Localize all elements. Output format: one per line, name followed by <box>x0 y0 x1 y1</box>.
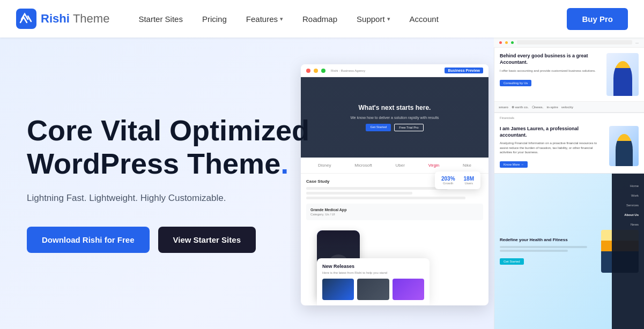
sc-stats-overlay: 203% Growth 18M Users <box>435 171 480 189</box>
nav-account[interactable]: Account <box>402 10 446 28</box>
blue-dot: . <box>280 147 288 180</box>
sc-release-3 <box>393 279 424 300</box>
download-button[interactable]: Download Rishi for Free <box>27 227 150 253</box>
sc-line3 <box>306 197 465 199</box>
sc-releases-sub: Here is the latest from Rishi to help yo… <box>322 271 424 274</box>
sc-partners: smaro ⊕ earth co. ⬡news. in·spire veloci… <box>494 101 644 113</box>
dot-yellow <box>314 69 318 73</box>
sc-nav-work: Work <box>631 194 639 197</box>
sc-fitness-btn: Get Started <box>500 258 524 265</box>
nav-features[interactable]: Features ▾ <box>239 10 291 28</box>
sc-release-2 <box>357 279 389 300</box>
sc-nav-news: News <box>631 223 639 226</box>
sc-james-card: Financials I am James Lauren, a professi… <box>494 113 644 173</box>
hero-content: Core Vital Optimized WordPress Theme. Li… <box>0 81 309 285</box>
sc-nav-about: About Us <box>624 213 639 216</box>
sc-stat-users: 18M Users <box>464 176 474 185</box>
sc-top-browser-bar: ⋯ <box>494 38 644 48</box>
hero-subtitle: Lightning Fast. Lightweight. Highly Cust… <box>27 191 309 205</box>
nav-roadmap[interactable]: Roadmap <box>295 10 345 28</box>
header: Rishi Theme Starter Sites Pricing Featur… <box>0 0 644 38</box>
sc-acct-sub: I offer basic accounting and provide cus… <box>500 69 602 73</box>
dot-r2 <box>499 41 502 44</box>
dot-g2 <box>511 41 514 44</box>
sc-business-preview-btn: Business Preview <box>445 68 483 73</box>
sc-nav-services: Services <box>626 204 639 207</box>
features-chevron-icon: ▾ <box>280 16 283 23</box>
sc-hero-bg: What's next starts here. We know how to … <box>301 77 488 158</box>
sc-acct-btn: Consulting by Us <box>500 80 531 86</box>
sc-medical-card: Grande Medical App Category, Ux / UI <box>306 204 483 220</box>
sc-release-1 <box>322 279 354 300</box>
sc-james-sub: Analyzing Financial Information on a pro… <box>500 141 605 154</box>
logo-text: Rishi Theme <box>41 12 109 26</box>
sc-stat-growth: 203% Growth <box>441 176 455 185</box>
sc-james-img <box>609 126 639 166</box>
sc-hero-text: What's next starts here. <box>359 104 431 111</box>
sc-card-title: Grande Medical App <box>310 208 479 212</box>
sc-line1 <box>306 187 448 190</box>
sc-side-nav: Home Work Services About Us News <box>612 174 644 329</box>
sc-line2 <box>306 192 412 195</box>
logo[interactable]: Rishi Theme <box>16 9 109 29</box>
hero-buttons: Download Rishi for Free View Starter Sit… <box>27 227 309 253</box>
starter-sites-button[interactable]: View Starter Sites <box>158 227 256 253</box>
buy-pro-button[interactable]: Buy Pro <box>567 8 628 30</box>
svg-rect-0 <box>16 9 36 29</box>
hero-section: Core Vital Optimized WordPress Theme. Li… <box>0 38 644 329</box>
sc-financials-label: Financials <box>494 113 644 121</box>
sc-nav-home: Home <box>630 184 639 188</box>
sc-hero-sub: We know how to deliver a solution rapidl… <box>350 116 439 119</box>
person-image <box>613 61 632 96</box>
sc-acct-headline: Behind every good business is a great Ac… <box>500 53 602 65</box>
sc-get-started: Get Started <box>366 124 391 131</box>
sc-releases-imgs <box>322 279 424 300</box>
sc-releases-title: New Releases <box>322 264 424 269</box>
dot-red <box>306 69 310 73</box>
support-chevron-icon: ▾ <box>387 16 390 23</box>
main-nav: Starter Sites Pricing Features ▾ Roadmap… <box>131 10 567 28</box>
sc-acct-text: Behind every good business is a great Ac… <box>500 53 602 96</box>
sc-accountant-card: Behind every good business is a great Ac… <box>494 48 644 113</box>
sc-hero-buttons: Get Started Free Trial Pro <box>366 124 423 131</box>
hero-visuals: Rishi - Business Agency Business Preview… <box>290 38 644 329</box>
sc-free-trial: Free Trial Pro <box>394 124 423 131</box>
person-dark-image <box>616 134 633 166</box>
sc-james-content: I am James Lauren, a professional accoun… <box>494 121 644 173</box>
dot-green <box>321 69 325 73</box>
sc-acct-img <box>606 53 639 96</box>
sc-james-headline: I am James Lauren, a professional accoun… <box>500 126 605 138</box>
sc-fitness-card: Redefine your Health and Fitness Get Sta… <box>494 174 644 329</box>
sc-james-text: I am James Lauren, a professional accoun… <box>500 126 605 168</box>
logo-icon <box>16 9 36 29</box>
sc-fitness-text: Redefine your Health and Fitness Get Sta… <box>500 237 597 265</box>
dot-y2 <box>505 41 508 44</box>
right-screenshots: ⋯ Behind every good business is a great … <box>494 38 644 329</box>
sc-fitness-headline: Redefine your Health and Fitness <box>500 237 597 243</box>
sc-james-btn: Know More → <box>500 161 528 168</box>
hero-title: Core Vital Optimized WordPress Theme. <box>27 114 309 180</box>
sc-accountant-content: Behind every good business is a great Ac… <box>494 48 644 101</box>
nav-starter-sites[interactable]: Starter Sites <box>131 10 190 28</box>
nav-pricing[interactable]: Pricing <box>195 10 234 28</box>
main-screenshot: Rishi - Business Agency Business Preview… <box>301 64 488 305</box>
sc-releases: New Releases Here is the latest from Ris… <box>317 258 430 305</box>
sc-browser-bar: Rishi - Business Agency Business Preview <box>301 64 488 77</box>
nav-support[interactable]: Support ▾ <box>349 10 398 28</box>
